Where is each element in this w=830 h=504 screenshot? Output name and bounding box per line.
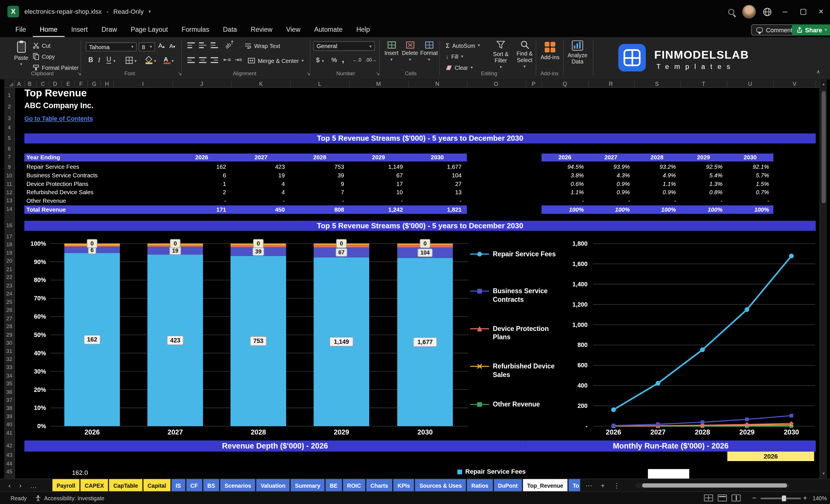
share-button[interactable]: Share ▾ — [792, 24, 830, 35]
row-header-40[interactable]: 40 — [4, 421, 14, 428]
globe-icon[interactable] — [758, 0, 776, 23]
zoom-in-button[interactable]: + — [803, 494, 807, 502]
ribbon-tab-file[interactable]: File — [8, 23, 33, 37]
row-header-10[interactable]: 10 — [4, 172, 14, 180]
table-cell-value[interactable]: 2 — [175, 189, 226, 196]
add-sheet-button[interactable]: + — [597, 479, 609, 492]
sheet-grid[interactable] — [15, 88, 820, 478]
tab-scroll-right-icon[interactable]: › — [19, 481, 22, 490]
table-row-label[interactable]: Repair Service Fees — [27, 163, 170, 171]
sheet-tab-dupont[interactable]: DuPont — [493, 479, 522, 492]
insert-cells-button[interactable]: Insert ▾ — [382, 41, 401, 62]
row-header-19[interactable]: 19 — [4, 249, 14, 257]
table-cell-pct[interactable]: - — [727, 197, 769, 205]
increase-indent-button[interactable]: ⇥≡ — [234, 57, 242, 62]
pct-year-header[interactable]: 2029 — [680, 154, 727, 162]
table-cell-pct[interactable]: 1.1% — [634, 180, 676, 188]
row-header-26[interactable]: 26 — [4, 307, 14, 314]
zoom-level[interactable]: 140% — [807, 495, 827, 501]
row-header-41[interactable]: 41 — [4, 429, 14, 437]
table-cell-pct[interactable]: - — [680, 197, 723, 205]
tab-list-icon[interactable]: … — [30, 481, 37, 490]
row-header-31[interactable]: 31 — [4, 348, 14, 355]
add-ins-button[interactable]: Add-ins — [539, 41, 561, 60]
col-header-l[interactable]: L — [312, 80, 328, 88]
sheet-tab-be[interactable]: BE — [325, 479, 342, 492]
scroll-down-icon[interactable]: ▾ — [820, 470, 827, 478]
decrease-indent-button[interactable]: ⇤≡ — [223, 57, 231, 62]
normal-view-icon[interactable] — [704, 495, 713, 501]
table-cell-value[interactable]: 39 — [293, 171, 344, 180]
col-header-k[interactable]: K — [253, 80, 269, 88]
row-header-6[interactable]: 6 — [4, 145, 14, 153]
row-header-45[interactable]: 45 — [4, 468, 14, 475]
align-left-button[interactable] — [187, 57, 195, 63]
row-header-34[interactable]: 34 — [4, 372, 14, 380]
row-header-44[interactable]: 44 — [4, 460, 14, 467]
col-header-m[interactable]: M — [371, 80, 387, 88]
ribbon-tab-page-layout[interactable]: Page Layout — [124, 23, 175, 37]
table-year-header[interactable]: 2028 — [291, 154, 349, 162]
collapse-ribbon-icon[interactable]: ∧ — [816, 69, 820, 75]
table-row-label[interactable]: Device Protection Plans — [27, 180, 170, 188]
total-cell-pct[interactable]: 100% — [634, 206, 676, 214]
table-cell-value[interactable]: 162 — [175, 163, 226, 171]
table-year-header[interactable]: 2026 — [172, 154, 231, 162]
table-header-label[interactable]: Year Ending — [27, 154, 60, 162]
copy-button[interactable]: Copy — [33, 52, 55, 60]
row-header-28[interactable]: 28 — [4, 323, 14, 330]
row-header-24[interactable]: 24 — [4, 290, 14, 297]
row-header-33[interactable]: 33 — [4, 364, 14, 371]
zoom-out-button[interactable]: − — [752, 494, 756, 502]
account-button[interactable] — [740, 0, 758, 23]
cut-button[interactable]: Cut — [33, 41, 51, 49]
table-cell-pct[interactable]: 4.3% — [587, 171, 630, 180]
italic-button[interactable]: I — [98, 56, 100, 64]
total-cell-value[interactable]: 808 — [293, 206, 344, 214]
table-cell-pct[interactable]: 0.9% — [587, 189, 630, 196]
ribbon-tab-review[interactable]: Review — [244, 23, 280, 37]
table-cell-pct[interactable]: - — [634, 197, 676, 205]
pct-year-header[interactable]: 2028 — [634, 154, 680, 162]
total-row-label[interactable]: Total Revenue — [27, 206, 66, 214]
row-header-7[interactable]: 7 — [4, 154, 14, 161]
table-cell-pct[interactable]: 5.4% — [680, 171, 723, 180]
col-header-t[interactable]: T — [696, 80, 711, 88]
sheet-tab-capex[interactable]: CAPEX — [81, 479, 108, 492]
bold-button[interactable]: B — [88, 56, 93, 63]
row-header-30[interactable]: 30 — [4, 339, 14, 347]
total-cell-pct[interactable]: 100% — [680, 206, 723, 214]
sheet-tab-charts[interactable]: Charts — [366, 479, 392, 492]
table-cell-value[interactable]: - — [352, 197, 403, 205]
scroll-up-icon[interactable]: ▴ — [820, 81, 827, 88]
vertical-scrollbar[interactable]: ▴ ▾ — [820, 80, 827, 479]
accounting-format-button[interactable]: $ — [316, 56, 319, 63]
sheet-tab-capital[interactable]: Capital — [143, 479, 170, 492]
total-cell-pct[interactable]: 100% — [587, 206, 630, 214]
table-row-label[interactable]: Refurbished Device Sales — [27, 189, 170, 196]
table-row-label[interactable]: Business Service Contracts — [27, 171, 170, 180]
table-cell-value[interactable]: 13 — [411, 189, 461, 196]
page-break-view-icon[interactable] — [732, 495, 740, 501]
ribbon-tab-data[interactable]: Data — [216, 23, 244, 37]
ribbon-tab-home[interactable]: Home — [33, 23, 64, 37]
row-header-13[interactable]: 13 — [4, 197, 14, 204]
sheet-tab-top-revenue[interactable]: Top_Revenue — [523, 479, 568, 492]
row-header-35[interactable]: 35 — [4, 380, 14, 387]
col-header-q[interactable]: Q — [557, 80, 573, 88]
middle-align-button[interactable] — [199, 42, 206, 48]
col-header-s[interactable]: S — [649, 80, 665, 88]
pct-year-header[interactable]: 2027 — [587, 154, 634, 162]
number-format-select[interactable]: General▾ — [314, 41, 375, 51]
grow-font-button[interactable]: A▴ — [158, 42, 164, 49]
table-cell-value[interactable]: 104 — [411, 171, 461, 180]
col-header-j[interactable]: J — [194, 80, 210, 88]
table-cell-value[interactable]: 9 — [293, 180, 344, 188]
maximize-button[interactable] — [794, 0, 812, 23]
font-name-select[interactable]: Tahoma▾ — [86, 42, 137, 51]
table-cell-pct[interactable]: 94.5% — [541, 163, 584, 171]
row-header-22[interactable]: 22 — [4, 274, 14, 281]
table-cell-value[interactable]: - — [411, 197, 461, 205]
table-cell-pct[interactable]: 93.9% — [587, 163, 630, 171]
total-cell-value[interactable]: 450 — [234, 206, 285, 214]
